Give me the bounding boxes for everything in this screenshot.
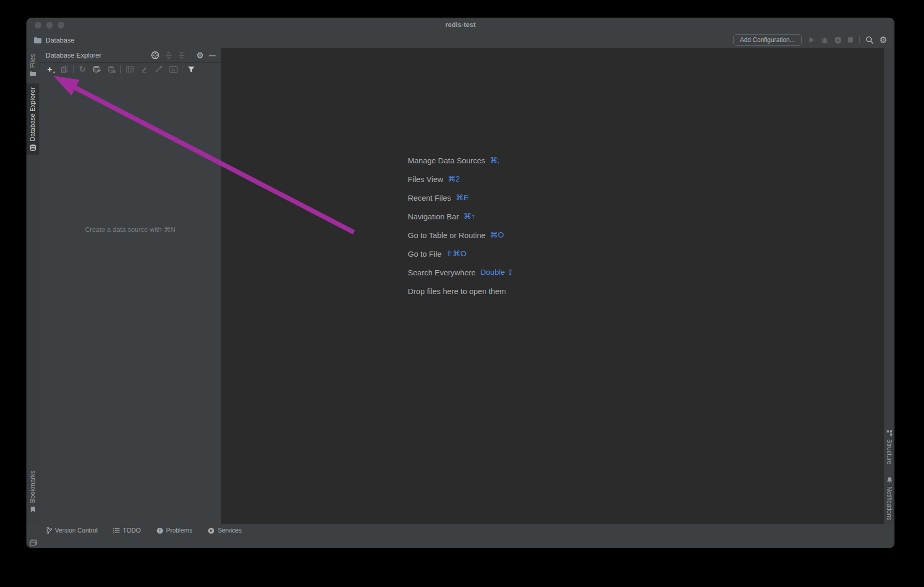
screen: redis-test Database Add Configuration... xyxy=(0,0,924,587)
stripe-tab-bookmarks[interactable]: Bookmarks xyxy=(26,467,39,516)
panel-title: Database Explorer xyxy=(46,51,102,59)
stop-icon[interactable] xyxy=(847,37,854,43)
shortcut-row: Files View ⌘2 xyxy=(408,170,514,188)
shortcut-row: Go to File ⇧⌘O xyxy=(408,244,514,263)
search-everywhere-icon[interactable] xyxy=(865,36,874,44)
open-table-icon[interactable] xyxy=(124,64,135,75)
stripe-tab-notifications[interactable]: Notifications xyxy=(884,477,894,520)
debug-icon[interactable] xyxy=(821,36,829,44)
hide-panel-icon[interactable]: — xyxy=(209,52,216,59)
tool-version-control[interactable]: Version Control xyxy=(46,527,97,534)
folder-icon xyxy=(30,71,36,77)
shortcut-row: Manage Data Sources ⌘; xyxy=(408,151,514,170)
problems-icon xyxy=(157,527,163,534)
duplicate-icon[interactable] xyxy=(59,64,70,75)
folder-icon xyxy=(34,37,42,44)
run-toolbar: Add Configuration... xyxy=(733,34,894,46)
settings-gear-icon[interactable]: ⚙ xyxy=(879,36,887,45)
bookmark-icon xyxy=(30,506,36,513)
toolbar-separator xyxy=(191,51,191,60)
tool-window-toggle-icon[interactable] xyxy=(30,539,37,546)
shortcut-row: Recent Files ⌘E xyxy=(408,188,514,207)
database-explorer-panel: Database Explorer ⚙ — xyxy=(39,48,221,524)
locate-object-icon[interactable] xyxy=(151,51,160,60)
toolbar-separator xyxy=(73,65,74,74)
stripe-tab-files[interactable]: Files xyxy=(26,50,39,80)
collapse-all-icon[interactable] xyxy=(178,51,186,59)
data-source-properties-icon[interactable] xyxy=(91,64,103,75)
todo-list-icon xyxy=(113,528,120,534)
run-icon[interactable] xyxy=(808,36,815,44)
edit-source-icon[interactable] xyxy=(138,64,150,75)
panel-options-gear-icon[interactable]: ⚙ xyxy=(196,51,204,60)
panel-header: Database Explorer ⚙ — xyxy=(39,48,221,63)
expand-all-icon[interactable] xyxy=(165,51,173,59)
tool-todo[interactable]: TODO xyxy=(113,527,140,534)
status-bar xyxy=(26,537,894,548)
shortcut-list: Manage Data Sources ⌘; Files View ⌘2 Rec… xyxy=(408,151,514,300)
structure-icon xyxy=(886,430,892,436)
notifications-bell-icon xyxy=(886,477,893,483)
stripe-tab-files-label: Files xyxy=(29,54,36,68)
stripe-tab-notifications-label: Notifications xyxy=(886,486,893,520)
git-branch-icon xyxy=(46,527,52,534)
stripe-tab-database-explorer[interactable]: Database Explorer xyxy=(26,83,39,155)
bottom-tool-bar: Version Control TODO Problems Services xyxy=(26,524,894,537)
ide-window: redis-test Database Add Configuration... xyxy=(26,18,894,548)
svg-text:QL: QL xyxy=(171,67,176,72)
stripe-tab-structure-label: Structure xyxy=(886,439,893,465)
title-bar: redis-test xyxy=(26,18,894,32)
right-tool-stripe: Structure Notifications xyxy=(884,48,894,524)
stripe-tab-database-explorer-label: Database Explorer xyxy=(29,87,36,142)
editor-area: Manage Data Sources ⌘; Files View ⌘2 Rec… xyxy=(221,48,884,524)
detach-data-source-icon[interactable] xyxy=(106,64,117,75)
shortcut-row: Go to Table or Routine ⌘O xyxy=(408,226,514,244)
window-title: redis-test xyxy=(26,21,894,29)
jump-to-console-icon[interactable] xyxy=(153,64,164,75)
breadcrumb[interactable]: Database xyxy=(26,36,75,44)
new-data-source-button[interactable]: + ▾ xyxy=(44,64,55,75)
add-configuration-button[interactable]: Add Configuration... xyxy=(733,34,802,46)
query-console-icon[interactable]: QL xyxy=(167,64,179,75)
shortcut-row: Search Everywhere Double ⇧ xyxy=(408,263,514,282)
shortcut-row: Navigation Bar ⌘↑ xyxy=(408,207,514,226)
shortcut-row: Drop files here to open them xyxy=(408,282,514,300)
create-data-source-hint: Create a data source with ⌘N xyxy=(39,226,221,233)
refresh-icon[interactable]: ↻ xyxy=(77,64,88,75)
database-icon xyxy=(30,144,36,151)
services-icon xyxy=(208,527,215,534)
stripe-tab-bookmarks-label: Bookmarks xyxy=(29,470,36,503)
filter-icon[interactable] xyxy=(186,64,197,75)
tool-problems[interactable]: Problems xyxy=(157,527,193,534)
main-content: Files Database Explorer Bookmarks xyxy=(26,48,894,524)
stripe-tab-structure[interactable]: Structure xyxy=(884,430,894,465)
breadcrumb-label: Database xyxy=(46,36,75,44)
tool-services[interactable]: Services xyxy=(208,527,241,534)
toolbar-separator xyxy=(182,65,182,74)
left-tool-stripe: Files Database Explorer Bookmarks xyxy=(26,48,39,524)
toolbar-separator xyxy=(859,36,860,44)
run-with-coverage-icon[interactable] xyxy=(834,36,842,44)
explorer-toolbar: + ▾ ↻ xyxy=(39,63,221,76)
navigation-bar: Database Add Configuration... xyxy=(26,32,894,48)
toolbar-separator xyxy=(120,65,121,74)
